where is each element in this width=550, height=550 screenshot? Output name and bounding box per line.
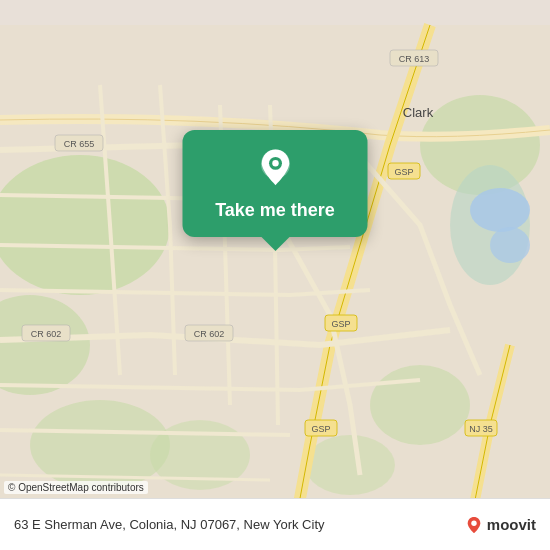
take-me-there-label: Take me there xyxy=(215,200,335,221)
osm-attribution: © OpenStreetMap contributors xyxy=(4,481,148,494)
svg-text:CR 613: CR 613 xyxy=(399,54,430,64)
svg-text:CR 602: CR 602 xyxy=(194,329,225,339)
bottom-bar: 63 E Sherman Ave, Colonia, NJ 07067, New… xyxy=(0,498,550,550)
moovit-brand-icon xyxy=(465,516,483,534)
moovit-brand-text: moovit xyxy=(487,516,536,533)
osm-attribution-text: © OpenStreetMap contributors xyxy=(8,482,144,493)
take-me-there-popup[interactable]: Take me there xyxy=(183,130,368,237)
svg-text:GSP: GSP xyxy=(331,319,350,329)
svg-point-31 xyxy=(471,520,476,525)
map-container: CR 655 CR 613 CR 602 CR 602 GSP GSP GSP … xyxy=(0,0,550,550)
location-pin-icon xyxy=(254,148,296,190)
svg-text:NJ 35: NJ 35 xyxy=(469,424,493,434)
svg-point-9 xyxy=(470,188,530,232)
svg-text:CR 655: CR 655 xyxy=(64,139,95,149)
svg-point-30 xyxy=(272,160,278,166)
svg-point-8 xyxy=(305,435,395,495)
moovit-logo: moovit xyxy=(465,516,536,534)
map-background: CR 655 CR 613 CR 602 CR 602 GSP GSP GSP … xyxy=(0,0,550,550)
svg-point-10 xyxy=(490,227,530,263)
svg-text:GSP: GSP xyxy=(394,167,413,177)
svg-point-5 xyxy=(370,365,470,445)
svg-text:Clark: Clark xyxy=(403,105,434,120)
address-text: 63 E Sherman Ave, Colonia, NJ 07067, New… xyxy=(14,517,465,532)
svg-text:GSP: GSP xyxy=(311,424,330,434)
svg-text:CR 602: CR 602 xyxy=(31,329,62,339)
